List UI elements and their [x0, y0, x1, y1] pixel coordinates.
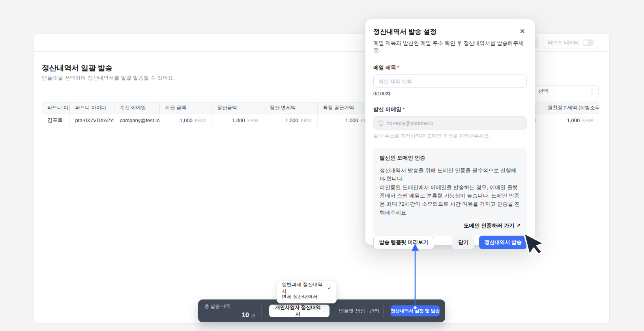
total-send-block: 총 발송 내역 10건 — [198, 299, 261, 322]
col-partner-name: 파트너 이름 — [42, 102, 69, 113]
screen: 가기 테스트 데이터 정산내역서 일괄 발송 템플릿을 선택하여 정산내역서를 … — [0, 0, 644, 331]
template-dropdown-menu: 일반과세 정산내역서 ✓ 면세 정산내역서 — [277, 281, 337, 303]
close-button[interactable]: 닫기 — [452, 236, 474, 249]
chevron-down-icon: ⌄ — [322, 309, 326, 314]
mail-subject-label: 메일 제목* — [373, 64, 527, 71]
cell-recipient-email: company@test.io — [114, 113, 159, 127]
char-counter: 0/100자 — [373, 91, 527, 97]
test-data-toggle[interactable] — [582, 39, 594, 46]
modal-subtitle: 메일 제목과 발신인 메일 주소 확인 후 정산내역서를 발송해주세요. — [373, 40, 527, 54]
domain-verification-notice: 발신인 도메인 인증 정산내역서 발송을 위해 도메인 인증을 필수적으로 진행… — [373, 148, 527, 236]
test-data-label: 테스트 데이터 — [548, 39, 579, 46]
total-send-unit: 건 — [251, 313, 256, 318]
currency-unit: KRW — [301, 118, 312, 123]
total-send-label: 총 발송 내역 — [204, 303, 256, 310]
cell-payout-amount: 1,000KRW — [159, 113, 212, 127]
template-type-value: 개인사업자 정산내역서 — [274, 304, 322, 318]
page-subtitle: 템플릿을 선택하여 정산내역서를 일괄 발송할 수 있어요. — [42, 74, 175, 82]
settlement-setup-send-button[interactable]: 정산내역서 설정 및 발송 — [391, 305, 440, 316]
notice-title: 발신인 도메인 인증 — [380, 154, 520, 162]
cell-partner-id: ptn-0X7VDXA2YH — [69, 113, 114, 127]
currency-unit: KRW — [582, 118, 593, 123]
bar-divider — [383, 304, 384, 318]
cell-withholding-local-tax: 1,000KRW — [542, 113, 599, 127]
col-withholding-local-tax: 원천징수세액 (지방소득세) — [542, 102, 599, 113]
check-icon: ✓ — [328, 285, 331, 291]
cell-settlement-amount: 1,000KRW — [212, 113, 264, 127]
cell-tax-free-amount: 1,000KRW — [264, 113, 317, 127]
currency-unit: KRW — [195, 118, 206, 123]
mail-subject-field: 메일 제목* 0/100자 — [373, 64, 527, 97]
menu-item-general-tax[interactable]: 일반과세 정산내역서 ✓ — [277, 284, 336, 292]
cell-partner-name: 김포트 — [42, 113, 69, 127]
bar-divider — [261, 304, 262, 318]
col-payout-amount: 지급 금액 — [159, 102, 212, 113]
domain-verify-link[interactable]: 도메인 인증하러 가기↗ — [464, 222, 520, 229]
toggle-knob — [583, 40, 588, 45]
send-settings-modal: 정산내역서 발송 설정 ✕ 메일 제목과 발신인 메일 주소 확인 후 정산내역… — [365, 19, 535, 245]
modal-footer: 발송 템플릿 미리보기 닫기 정산내역서 발송 — [373, 236, 527, 249]
shield-exclamation-icon — [378, 120, 384, 126]
sender-email-field: 발신 이메일* 발신 주소를 지정하려면 도메인 인증을 진행해주세요. — [373, 106, 527, 139]
required-mark: * — [402, 106, 404, 112]
send-statement-button[interactable]: 정산내역서 발송 — [479, 236, 527, 249]
template-manage-link[interactable]: 템플릿 생성 · 관리 — [337, 308, 381, 314]
sender-email-input[interactable] — [387, 120, 522, 126]
preview-template-button[interactable]: 발송 템플릿 미리보기 — [373, 236, 434, 249]
template-type-select[interactable]: 개인사업자 정산내역서 ⌄ — [269, 305, 329, 317]
mail-subject-input[interactable] — [373, 74, 527, 88]
menu-item-label: 면세 정산내역서 — [282, 294, 318, 300]
col-partner-id: 파트너 아이디 — [69, 102, 114, 113]
sender-email-label: 발신 이메일* — [373, 106, 527, 113]
sort-chevrons-icon: ⌃⌄ — [590, 89, 593, 94]
col-settlement-amount: 정산금액 — [212, 102, 264, 113]
external-link-icon: ↗ — [517, 223, 520, 229]
filter-select[interactable]: 선택 ⌃⌄ — [525, 85, 599, 97]
page-title: 정산내역서 일괄 발송 — [42, 63, 112, 73]
required-mark: * — [397, 65, 399, 71]
menu-item-label: 일반과세 정산내역서 — [282, 281, 328, 295]
modal-title: 정산내역서 발송 설정 — [373, 27, 436, 36]
test-data-chip: 테스트 데이터 — [543, 37, 598, 48]
col-recipient-email: 수신 이메일 — [114, 102, 159, 113]
total-send-value: 10건 — [242, 311, 256, 319]
sender-email-helper: 발신 주소를 지정하려면 도메인 인증을 진행해주세요. — [373, 133, 527, 139]
currency-unit: KRW — [247, 118, 258, 123]
close-icon[interactable]: ✕ — [518, 27, 527, 35]
notice-body: 정산내역서 발송을 위해 도메인 인증을 필수적으로 진행해야 합니다. 미인증… — [380, 166, 520, 217]
sender-email-input-wrap — [373, 116, 527, 130]
col-tax-free-amount: 정산 면세액 — [264, 102, 317, 113]
